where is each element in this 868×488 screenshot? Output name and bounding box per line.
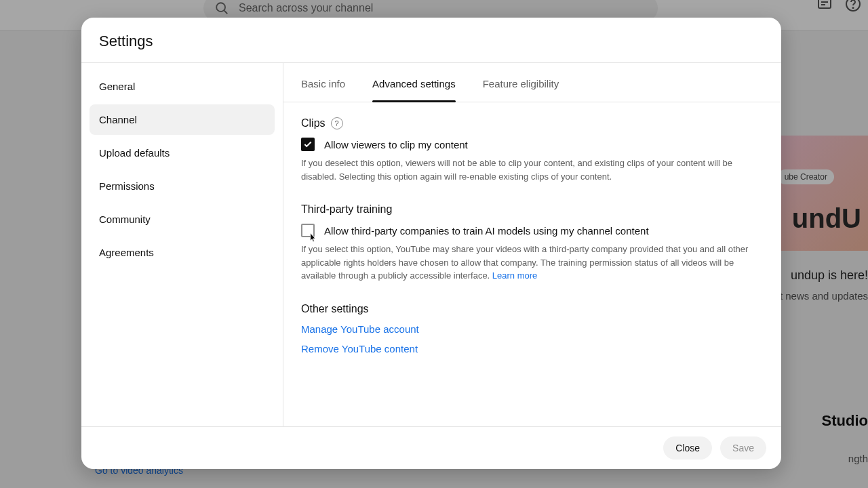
tab-feature-eligibility[interactable]: Feature eligibility [483, 63, 559, 102]
clips-checkbox-label: Allow viewers to clip my content [324, 139, 468, 150]
help-icon[interactable]: ? [331, 117, 343, 129]
check-icon [303, 140, 313, 149]
sidebar-item-upload-defaults[interactable]: Upload defaults [90, 138, 275, 168]
sidebar-item-permissions[interactable]: Permissions [90, 171, 275, 201]
clips-title: Clips ? [301, 117, 764, 129]
learn-more-link[interactable]: Learn more [492, 270, 537, 281]
tabs: Basic info Advanced settings Feature eli… [283, 63, 781, 102]
training-checkbox[interactable] [301, 224, 315, 237]
sidebar-item-community[interactable]: Community [90, 204, 275, 235]
training-desc: If you select this option, YouTube may s… [301, 243, 764, 283]
save-button: Save [720, 436, 766, 460]
other-title: Other settings [301, 303, 764, 315]
close-button[interactable]: Close [663, 436, 712, 460]
training-title: Third-party training [301, 203, 764, 216]
tab-basic-info[interactable]: Basic info [301, 63, 345, 102]
settings-sidebar: General Channel Upload defaults Permissi… [81, 63, 283, 426]
clips-desc: If you deselect this option, viewers wil… [301, 157, 764, 183]
tab-advanced-settings[interactable]: Advanced settings [372, 63, 456, 102]
sidebar-item-channel[interactable]: Channel [90, 104, 275, 135]
sidebar-item-agreements[interactable]: Agreements [90, 237, 275, 268]
remove-content-link[interactable]: Remove YouTube content [301, 343, 764, 354]
clips-checkbox[interactable] [301, 138, 315, 151]
settings-modal: Settings General Channel Upload defaults… [81, 18, 781, 469]
manage-account-link[interactable]: Manage YouTube account [301, 323, 764, 335]
sidebar-item-general[interactable]: General [90, 71, 275, 102]
training-checkbox-label: Allow third-party companies to train AI … [324, 225, 649, 237]
modal-title: Settings [81, 18, 781, 63]
clips-title-text: Clips [301, 117, 326, 129]
